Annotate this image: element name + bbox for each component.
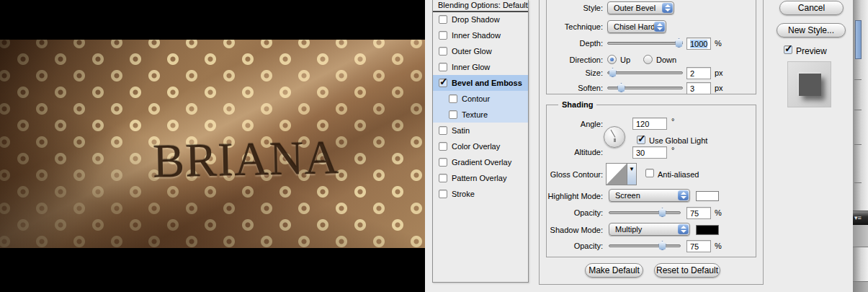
shadow-opacity-input[interactable]: 75 xyxy=(686,240,711,252)
inner-glow-checkbox[interactable] xyxy=(439,63,447,71)
style-label: Style: xyxy=(538,4,603,12)
size-slider[interactable] xyxy=(607,71,683,74)
blending-options-default[interactable]: Blending Options: Default xyxy=(433,0,528,11)
panel-scrollbar-thumb[interactable] xyxy=(855,20,862,59)
technique-label: Technique: xyxy=(538,22,603,31)
fabric-image: BRIANA xyxy=(0,40,426,248)
angle-unit: ° xyxy=(671,117,674,125)
highlight-opacity-slider[interactable] xyxy=(609,211,681,214)
style-dropdown[interactable]: Outer Bevel xyxy=(607,1,674,14)
list-item-gradient-overlay[interactable]: Gradient Overlay xyxy=(433,154,528,170)
direction-down-radio[interactable] xyxy=(643,55,653,64)
shading-legend: Shading xyxy=(558,100,596,109)
stepper-arrows-icon xyxy=(654,22,665,32)
outer-glow-checkbox[interactable] xyxy=(439,47,447,56)
blending-options-list: Blending Options: Default Drop Shadow In… xyxy=(432,0,529,283)
panel-divider xyxy=(854,79,862,80)
shadow-color-swatch[interactable] xyxy=(696,225,719,235)
reset-to-default-button[interactable]: Reset to Default xyxy=(654,263,720,278)
inner-shadow-checkbox[interactable] xyxy=(439,31,447,40)
texture-checkbox[interactable] xyxy=(449,110,457,119)
highlight-opacity-input[interactable]: 75 xyxy=(686,207,711,219)
angle-dial[interactable] xyxy=(604,126,625,148)
color-overlay-checkbox[interactable] xyxy=(439,142,447,151)
shadow-mode-dropdown[interactable]: Multiply xyxy=(609,223,690,236)
highlight-opacity-label: Opacity: xyxy=(538,208,603,217)
new-style-button[interactable]: New Style... xyxy=(777,23,846,37)
list-item-drop-shadow[interactable]: Drop Shadow xyxy=(433,12,528,27)
list-item-texture[interactable]: Texture xyxy=(433,107,528,123)
shadow-mode-label: Shadow Mode: xyxy=(531,226,603,234)
direction-label: Direction: xyxy=(538,56,603,64)
list-item-inner-shadow[interactable]: Inner Shadow xyxy=(433,27,528,43)
gloss-contour-dropdown-arrow[interactable] xyxy=(627,163,637,185)
highlight-mode-dropdown[interactable]: Screen xyxy=(609,189,690,202)
preview-label: Preview xyxy=(796,46,827,56)
size-label: Size: xyxy=(538,68,603,77)
panel-divider xyxy=(854,182,862,183)
highlight-opacity-unit: % xyxy=(715,208,722,217)
satin-checkbox[interactable] xyxy=(439,126,447,135)
drop-shadow-checkbox[interactable] xyxy=(439,15,447,24)
panel-section xyxy=(853,225,868,247)
pattern-overlay-checkbox[interactable] xyxy=(439,174,447,182)
shadow-opacity-unit: % xyxy=(715,242,722,250)
list-item-bevel-and-emboss[interactable]: Bevel and Emboss xyxy=(433,75,528,91)
anti-aliased-label: Anti-aliased xyxy=(658,170,699,179)
cancel-button[interactable]: Cancel xyxy=(779,1,844,15)
bevel-emboss-checkbox[interactable] xyxy=(439,79,447,87)
direction-up-radio[interactable] xyxy=(607,55,617,64)
preview-bevel-square xyxy=(799,74,821,96)
style-preview-thumbnail xyxy=(787,61,831,107)
make-default-button[interactable]: Make Default xyxy=(585,263,643,278)
direction-up-label: Up xyxy=(620,56,630,64)
list-item-color-overlay[interactable]: Color Overlay xyxy=(433,138,528,154)
depth-input[interactable]: 1000 xyxy=(686,37,711,50)
canvas-text: BRIANA xyxy=(152,130,340,188)
gradient-overlay-checkbox[interactable] xyxy=(439,158,447,167)
anti-aliased-checkbox[interactable] xyxy=(645,169,654,177)
list-item-pattern-overlay[interactable]: Pattern Overlay xyxy=(433,170,528,186)
layer-style-dialog: Blending Options: Default Drop Shadow In… xyxy=(425,0,853,292)
stepper-arrows-icon xyxy=(678,224,689,234)
list-item-contour[interactable]: Contour xyxy=(433,91,528,107)
angle-label: Angle: xyxy=(538,120,603,128)
soften-label: Soften: xyxy=(538,84,603,92)
highlight-color-swatch[interactable] xyxy=(696,191,719,201)
use-global-light-checkbox[interactable] xyxy=(637,136,645,144)
contour-shape-icon xyxy=(607,164,627,185)
panel-divider xyxy=(854,144,862,145)
panel-divider xyxy=(854,110,862,110)
angle-dial-center xyxy=(614,138,616,142)
stroke-checkbox[interactable] xyxy=(439,190,447,198)
stepper-arrows-icon xyxy=(662,3,673,13)
altitude-input[interactable]: 30 xyxy=(632,146,667,159)
stepper-arrows-icon xyxy=(678,190,689,200)
technique-dropdown[interactable]: Chisel Hard xyxy=(607,20,666,33)
gloss-contour-thumbnail[interactable] xyxy=(606,163,627,185)
document-canvas: BRIANA xyxy=(0,0,426,292)
panel-header-menu-icon[interactable] xyxy=(853,211,868,225)
angle-dial-pointer xyxy=(611,130,616,138)
preview-checkbox[interactable] xyxy=(784,45,792,54)
gloss-contour-label: Gloss Contour: xyxy=(531,170,603,179)
soften-unit: px xyxy=(715,84,723,92)
soften-slider[interactable] xyxy=(607,87,683,89)
depth-slider[interactable] xyxy=(607,42,683,45)
list-item-stroke[interactable]: Stroke xyxy=(433,186,528,202)
angle-input[interactable]: 120 xyxy=(632,118,667,130)
soften-input[interactable]: 3 xyxy=(686,82,711,94)
background-panel-strip xyxy=(853,0,868,292)
shadow-opacity-slider[interactable] xyxy=(609,244,681,247)
shadow-opacity-label: Opacity: xyxy=(538,242,603,250)
list-item-satin[interactable]: Satin xyxy=(433,123,528,138)
list-item-inner-glow[interactable]: Inner Glow xyxy=(433,59,528,75)
direction-down-label: Down xyxy=(656,56,676,64)
highlight-mode-label: Highlight Mode: xyxy=(531,192,603,200)
use-global-light-label: Use Global Light xyxy=(649,136,707,145)
panel-section xyxy=(853,281,868,292)
size-input[interactable]: 2 xyxy=(686,67,711,79)
contour-checkbox[interactable] xyxy=(449,94,457,103)
altitude-unit: ° xyxy=(671,146,674,154)
list-item-outer-glow[interactable]: Outer Glow xyxy=(433,43,528,59)
